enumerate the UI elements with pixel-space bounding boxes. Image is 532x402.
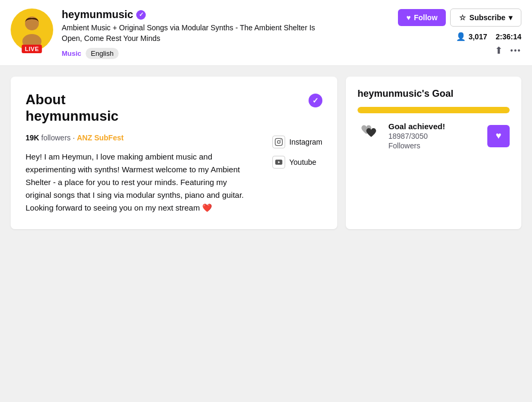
goal-heart-icon: ♥ bbox=[496, 130, 502, 141]
about-left: 19K followers · ANZ SubFest Hey! I am He… bbox=[26, 133, 251, 214]
goal-progress-fill bbox=[358, 107, 510, 113]
goal-text: Goal achieved! 18987/3050 Followers bbox=[388, 122, 445, 150]
social-links: Instagram Youtube bbox=[272, 133, 322, 169]
svg-point-3 bbox=[277, 140, 280, 143]
svg-point-1 bbox=[22, 34, 41, 46]
goal-hearts-icon bbox=[358, 123, 382, 149]
live-badge: LIVE bbox=[22, 45, 42, 53]
about-header: About heymunmusic ✓ bbox=[26, 91, 322, 124]
instagram-link[interactable]: Instagram bbox=[272, 136, 322, 148]
share-icon[interactable]: ⬆ bbox=[495, 45, 503, 56]
stream-timer: 2:36:14 bbox=[496, 32, 521, 41]
svg-point-4 bbox=[280, 139, 281, 140]
svg-rect-2 bbox=[275, 138, 282, 145]
instagram-icon bbox=[272, 136, 285, 148]
subscribe-star-icon: ☆ bbox=[459, 13, 466, 22]
viewers-number: 3,017 bbox=[469, 32, 487, 41]
subscribe-label: Subscribe bbox=[469, 13, 505, 22]
about-verified-icon: ✓ bbox=[309, 94, 322, 107]
youtube-link[interactable]: Youtube bbox=[272, 156, 322, 169]
stream-title: Ambient Music + Original Songs via Modul… bbox=[62, 23, 317, 44]
goal-left: Goal achieved! 18987/3050 Followers bbox=[358, 122, 445, 150]
channel-name: heymunmusic bbox=[62, 9, 133, 21]
goal-progress-bar bbox=[358, 107, 510, 113]
instagram-label: Instagram bbox=[289, 138, 322, 146]
youtube-label: Youtube bbox=[289, 158, 317, 166]
about-title-line1: About bbox=[26, 91, 65, 107]
person-icon: 👤 bbox=[456, 32, 466, 41]
viewers-timer-row: 👤 3,017 2:36:14 bbox=[398, 32, 521, 41]
event-link[interactable]: ANZ SubFest bbox=[77, 133, 124, 142]
subscribe-chevron-icon: ▾ bbox=[509, 13, 512, 22]
subscribe-button[interactable]: ☆ Subscribe ▾ bbox=[450, 9, 521, 27]
about-title-line2: heymunmusic bbox=[26, 108, 119, 124]
goal-numbers: 18987/3050 bbox=[388, 132, 445, 140]
hearts-svg bbox=[358, 123, 382, 145]
follow-button[interactable]: ♥ Follow bbox=[398, 9, 446, 26]
goal-info-row: Goal achieved! 18987/3050 Followers ♥ bbox=[358, 122, 510, 150]
channel-info: heymunmusic ✓ Ambient Music + Original S… bbox=[62, 9, 398, 59]
goal-heart-button[interactable]: ♥ bbox=[487, 125, 510, 147]
viewers-count: 👤 3,017 bbox=[456, 32, 487, 41]
channel-header: LIVE heymunmusic ✓ Ambient Music + Origi… bbox=[0, 0, 532, 66]
followers-count: 19K bbox=[26, 133, 39, 142]
tag-music[interactable]: Music bbox=[62, 49, 81, 57]
about-title: About heymunmusic bbox=[26, 91, 119, 124]
goal-unit: Followers bbox=[388, 141, 445, 150]
follow-heart-icon: ♥ bbox=[406, 13, 411, 22]
about-card: About heymunmusic ✓ 19K followers · ANZ … bbox=[11, 77, 337, 229]
goal-card: heymunmusic's Goal Goal achieved! 189 bbox=[346, 77, 521, 229]
header-actions: ♥ Follow ☆ Subscribe ▾ 👤 3,017 2:36:14 ⬆… bbox=[398, 9, 521, 56]
main-content: About heymunmusic ✓ 19K followers · ANZ … bbox=[0, 66, 532, 239]
followers-line: 19K followers · ANZ SubFest bbox=[26, 133, 251, 142]
avatar-svg bbox=[19, 14, 45, 46]
followers-label: followers · bbox=[41, 133, 77, 142]
youtube-icon bbox=[272, 156, 285, 169]
avatar-wrap: LIVE bbox=[11, 9, 53, 51]
tags-row: Music English bbox=[62, 48, 398, 59]
follow-label: Follow bbox=[414, 13, 437, 22]
goal-target: 3050 bbox=[411, 132, 428, 140]
channel-name-row: heymunmusic ✓ bbox=[62, 9, 398, 21]
goal-current: 18987 bbox=[388, 132, 409, 140]
more-options-icon[interactable]: ••• bbox=[510, 46, 521, 55]
verified-icon: ✓ bbox=[136, 10, 146, 20]
goal-title: heymunmusic's Goal bbox=[358, 88, 510, 99]
about-bio: Hey! I am Heymun, I love making ambient … bbox=[26, 150, 251, 214]
about-content-row: 19K followers · ANZ SubFest Hey! I am He… bbox=[26, 133, 322, 214]
goal-achieved-label: Goal achieved! bbox=[388, 122, 445, 131]
tag-language[interactable]: English bbox=[86, 48, 119, 59]
action-icons-row: ⬆ ••• bbox=[398, 45, 521, 56]
